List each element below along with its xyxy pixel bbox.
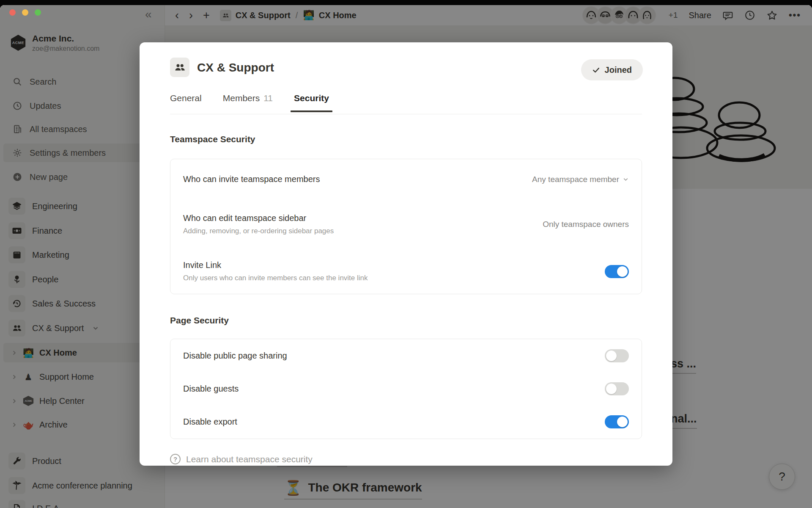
- minimize-window-icon[interactable]: [22, 9, 28, 16]
- setting-row-edit-sidebar: Who can edit teamspace sidebar Adding, r…: [183, 199, 629, 249]
- invite-members-dropdown[interactable]: Any teamspace member: [532, 175, 629, 184]
- setting-row-invite-members: Who can invite teamspace members Any tea…: [183, 159, 629, 199]
- chevron-down-icon: [623, 176, 629, 182]
- page-security-card: Disable public page sharing Disable gues…: [170, 339, 642, 439]
- setting-row-disable-export: Disable export: [183, 406, 629, 439]
- teamspace-security-card: Who can invite teamspace members Any tea…: [170, 159, 642, 294]
- teamspace-settings-modal: CX & Support Joined General Members 11 S…: [140, 42, 672, 466]
- zoom-window-icon[interactable]: [35, 9, 41, 16]
- setting-row-invite-link: Invite Link Only users who can invite me…: [183, 249, 629, 294]
- tab-general[interactable]: General: [170, 93, 202, 112]
- setting-row-disable-public-sharing: Disable public page sharing: [183, 339, 629, 372]
- tabs-divider: [170, 114, 642, 114]
- modal-tabs: General Members 11 Security: [170, 93, 329, 112]
- setting-row-disable-guests: Disable guests: [183, 372, 629, 405]
- section-title-page-security: Page Security: [170, 315, 229, 326]
- tab-security[interactable]: Security: [294, 93, 329, 112]
- check-icon: [592, 66, 600, 74]
- learn-about-security-link[interactable]: ? Learn about teamspace security: [170, 454, 313, 464]
- disable-export-toggle[interactable]: [605, 415, 629, 428]
- notion-window: ACME Acme Inc. zoe@makenotion.com Search…: [0, 5, 812, 508]
- disable-guests-toggle[interactable]: [605, 382, 629, 395]
- window-controls: [9, 9, 41, 16]
- teamspace-people-icon: [170, 58, 189, 77]
- members-count-badge: 11: [263, 93, 273, 103]
- edit-sidebar-value: Only teamspace owners: [543, 220, 629, 229]
- help-circle-icon: ?: [170, 454, 181, 464]
- tab-members[interactable]: Members 11: [223, 93, 273, 112]
- section-title-teamspace-security: Teamspace Security: [170, 134, 255, 144]
- modal-title: CX & Support: [197, 61, 274, 75]
- close-window-icon[interactable]: [9, 9, 16, 16]
- disable-public-sharing-toggle[interactable]: [605, 349, 629, 362]
- invite-link-toggle[interactable]: [605, 265, 629, 278]
- joined-button[interactable]: Joined: [581, 59, 643, 80]
